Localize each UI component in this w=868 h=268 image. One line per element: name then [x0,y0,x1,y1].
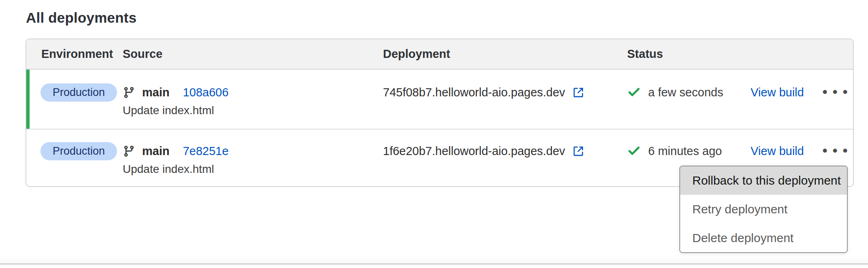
environment-badge: Production [40,83,117,102]
view-build-link[interactable]: View build [751,145,804,158]
deployments-table: Environment Source Deployment Status Pro… [26,38,854,187]
git-branch-icon [123,145,135,157]
source-cell: main 108a606 [123,83,229,102]
menu-item-retry[interactable]: Retry deployment [680,195,847,223]
status-cell: a few seconds [627,83,723,102]
deployment-cell: 1f6e20b7.helloworld-aio.pages.dev [383,141,585,161]
commit-message: Update index.html [123,104,214,117]
view-build-cell: View build [751,83,804,102]
deployment-cell: 745f08b7.helloworld-aio.pages.dev [383,83,585,102]
view-build-link[interactable]: View build [751,86,804,99]
commit-message: Update index.html [123,162,214,176]
column-header-source: Source [123,39,162,69]
branch-name: main [142,145,170,158]
column-header-deployment: Deployment [383,39,450,69]
page-bottom-divider [0,259,868,265]
commit-hash-link[interactable]: 108a606 [183,86,229,99]
status-time: a few seconds [648,86,723,99]
environment-badge: Production [40,142,117,160]
row-menu-cell: ••• [812,141,860,161]
column-header-environment: Environment [41,39,113,69]
status-time: 6 minutes ago [648,145,722,158]
branch-name: main [142,86,170,99]
row-menu-cell: ••• [812,83,860,102]
menu-item-rollback[interactable]: Rollback to this deployment [680,166,847,195]
commit-hash-link[interactable]: 7e8251e [183,145,229,158]
external-link-icon[interactable] [572,85,585,99]
view-build-cell: View build [751,141,804,161]
menu-item-delete[interactable]: Delete deployment [680,223,847,252]
row-actions-ellipsis-button[interactable]: ••• [817,83,855,102]
git-branch-icon [123,86,135,99]
success-check-icon [627,85,641,99]
status-cell: 6 minutes ago [627,141,722,161]
deployment-url: 745f08b7.helloworld-aio.pages.dev [383,86,565,99]
row-actions-ellipsis-button[interactable]: ••• [817,142,855,160]
active-deployment-indicator [26,70,30,129]
column-header-status: Status [627,39,663,69]
environment-cell: Production [40,83,117,102]
success-check-icon [627,144,641,158]
environment-cell: Production [40,141,117,161]
table-row: Production main 108a606 Update index.htm… [26,70,853,129]
row-actions-context-menu: Rollback to this deployment Retry deploy… [679,166,848,253]
external-link-icon[interactable] [572,144,585,158]
page-title: All deployments [26,10,136,26]
table-header-row: Environment Source Deployment Status [26,39,853,70]
source-cell: main 7e8251e [123,141,229,161]
deployment-url: 1f6e20b7.helloworld-aio.pages.dev [383,145,565,158]
